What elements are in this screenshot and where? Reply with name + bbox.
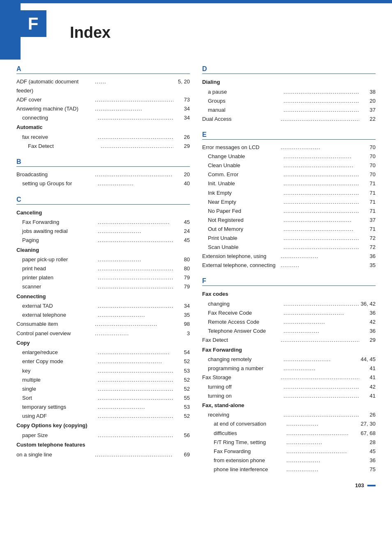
list-item: ADF (automatic document feeder) ...... 5… xyxy=(16,77,190,95)
list-item: at end of conversation .................… xyxy=(202,419,376,428)
list-item: No Paper Fed ...........................… xyxy=(202,207,376,216)
content: A ADF (automatic document feeder) ......… xyxy=(0,58,392,474)
list-item: external telephone .....................… xyxy=(16,311,190,320)
list-item: turning on .............................… xyxy=(202,391,376,401)
list-item: Canceling xyxy=(16,208,190,218)
list-item: F/T Ring Time, setting .................… xyxy=(202,438,376,447)
list-item: Dialing xyxy=(202,77,376,88)
list-item: changing ...............................… xyxy=(202,299,376,309)
list-item: External telephone, connecting .........… xyxy=(202,261,376,270)
list-item: Fax Detect .............................… xyxy=(16,142,190,151)
list-item: Fax Forwarding xyxy=(202,345,376,355)
page-number-area: 103 xyxy=(0,474,392,493)
page-number-box xyxy=(367,485,376,486)
list-item: multiple ...............................… xyxy=(16,375,190,385)
list-item: on a single line .......................… xyxy=(16,450,190,459)
list-item: Fax Forwarding .........................… xyxy=(202,447,376,456)
list-item: external TAD ...........................… xyxy=(16,302,190,311)
section-header-a: A xyxy=(16,65,190,74)
list-item: from extension phone .................. … xyxy=(202,456,376,465)
list-item: enlarge/reduce .........................… xyxy=(16,348,190,357)
list-item: a pause ................................… xyxy=(202,88,376,97)
section-header-e: E xyxy=(202,131,376,140)
header-letter-box: F xyxy=(20,10,46,37)
header-letter: F xyxy=(28,14,39,34)
list-item: print head .............................… xyxy=(16,264,190,273)
list-item: Consumable item ........................… xyxy=(16,320,190,329)
list-item: Ink Empty ..............................… xyxy=(202,189,376,198)
list-item: temporary settings .....................… xyxy=(16,403,190,412)
section-c-entries: Canceling Fax Forwarding ...............… xyxy=(16,208,190,459)
section-d-entries: Dialing a pause ........................… xyxy=(202,77,376,124)
list-item: Near Empty .............................… xyxy=(202,198,376,207)
list-item: Change Unable ..........................… xyxy=(202,152,376,161)
list-item: setting up Groups for ..................… xyxy=(16,179,190,188)
list-item: Automatic xyxy=(16,122,190,133)
page-title: Index xyxy=(33,12,392,41)
left-column: A ADF (automatic document feeder) ......… xyxy=(16,58,190,474)
section-header-b: B xyxy=(16,158,190,167)
list-item: Broadcasting ...........................… xyxy=(16,170,190,179)
list-item: Paging .................................… xyxy=(16,236,190,245)
list-item: turning off ............................… xyxy=(202,382,376,391)
list-item: scanner ................................… xyxy=(16,282,190,291)
list-item: Remote Access Code .....................… xyxy=(202,318,376,327)
list-item: Telephone Answer Code ..................… xyxy=(202,327,376,336)
list-item: Out of Memory ..........................… xyxy=(202,225,376,234)
right-column: D Dialing a pause ......................… xyxy=(202,58,376,474)
list-item: phone line interference ................… xyxy=(202,465,376,474)
list-item: single .................................… xyxy=(16,385,190,394)
list-item: connecting .............................… xyxy=(16,113,190,122)
list-item: Fax Storage ............................… xyxy=(202,373,376,382)
list-item: Init. Unable ...........................… xyxy=(202,179,376,188)
list-item: using ADF ..............................… xyxy=(16,412,190,421)
list-item: Control panel overview .................… xyxy=(16,329,190,338)
list-item: Sort ...................................… xyxy=(16,394,190,403)
list-item: Extension telephone, using .............… xyxy=(202,252,376,261)
list-item: ADF cover ..............................… xyxy=(16,95,190,104)
section-header-f: F xyxy=(202,277,376,286)
list-item: programming a number ................. 4… xyxy=(202,364,376,373)
list-item: Groups .................................… xyxy=(202,97,376,106)
list-item: Copy Options key (copying) xyxy=(16,421,190,431)
list-item: enter Copy mode ........................… xyxy=(16,357,190,366)
section-header-d: D xyxy=(202,65,376,74)
section-e-entries: Error messages on LCD ..................… xyxy=(202,143,376,270)
list-item: paper Size .............................… xyxy=(16,431,190,440)
list-item: Custom telephone features xyxy=(16,440,190,450)
list-item: key ....................................… xyxy=(16,366,190,375)
section-b-entries: Broadcasting ...........................… xyxy=(16,170,190,188)
page-number: 103 xyxy=(355,482,364,488)
list-item: Fax Receive Code .......................… xyxy=(202,309,376,318)
list-item: Not Registered .........................… xyxy=(202,216,376,225)
list-item: manual .................................… xyxy=(202,106,376,115)
list-item: Scan Unable ............................… xyxy=(202,243,376,252)
list-item: Fax Forwarding .........................… xyxy=(16,218,190,227)
list-item: Fax codes xyxy=(202,289,376,299)
list-item: Dual Access ............................… xyxy=(202,115,376,124)
list-item: Print Unable ...........................… xyxy=(202,234,376,243)
list-item: Cleaning xyxy=(16,245,190,256)
list-item: Copy xyxy=(16,338,190,348)
list-item: Clean Unable ...........................… xyxy=(202,161,376,170)
list-item: Answering machine (TAD) ................… xyxy=(16,104,190,113)
list-item: jobs awaiting redial ...................… xyxy=(16,227,190,236)
header: F Index xyxy=(0,0,392,54)
list-item: Fax, stand-alone xyxy=(202,401,376,411)
section-header-c: C xyxy=(16,196,190,205)
list-item: difficulties ...........................… xyxy=(202,429,376,438)
list-item: fax receive ............................… xyxy=(16,133,190,142)
list-item: Comm. Error ............................… xyxy=(202,170,376,179)
list-item: receiving ..............................… xyxy=(202,410,376,419)
list-item: Connecting xyxy=(16,292,190,302)
section-a-entries: ADF (automatic document feeder) ...... 5… xyxy=(16,77,190,151)
list-item: Fax Detect .............................… xyxy=(202,336,376,345)
section-f-entries: Fax codes changing .....................… xyxy=(202,289,376,474)
list-item: changing remotely ......................… xyxy=(202,355,376,364)
list-item: Error messages on LCD ..................… xyxy=(202,143,376,152)
list-item: paper pick-up roller ...................… xyxy=(16,255,190,264)
list-item: printer platen .........................… xyxy=(16,273,190,282)
